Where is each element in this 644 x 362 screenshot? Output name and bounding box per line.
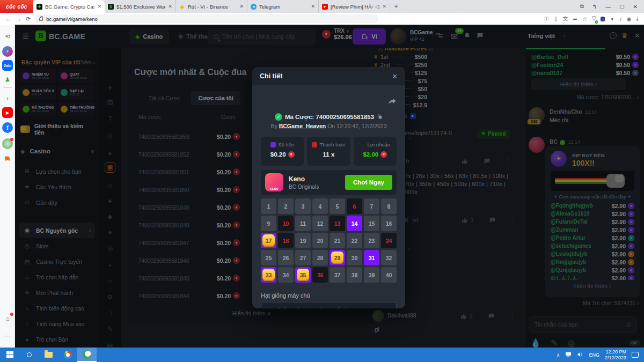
network-icon[interactable] [565, 351, 572, 359]
keno-cell[interactable]: 23 [364, 233, 379, 248]
keno-game-icon[interactable]: KENO [265, 173, 283, 191]
padlock-icon[interactable] [39, 18, 43, 21]
share-arrow-icon[interactable] [388, 97, 397, 108]
tab-close-icon[interactable]: ✕ [239, 4, 244, 9]
tab-close-icon[interactable]: ✕ [382, 4, 386, 9]
bookmark-star-icon[interactable]: ☆ [582, 16, 587, 22]
keno-cell[interactable]: 25 [261, 250, 276, 265]
window-maximize[interactable]: ▢ [619, 4, 624, 10]
profile-icon[interactable]: ◉ [627, 16, 632, 22]
window-close[interactable]: ✕ [633, 4, 638, 10]
add-shortcut-icon[interactable]: + [2, 93, 13, 104]
keno-cell[interactable]: 36 [312, 267, 328, 283]
keno-cell[interactable]: 26 [278, 250, 294, 265]
keno-cell[interactable]: 13 [330, 216, 345, 231]
file-explorer-icon[interactable] [39, 348, 58, 362]
tab-close-icon[interactable]: ✕ [311, 4, 315, 9]
keno-cell[interactable]: 15 [364, 216, 379, 231]
start-button[interactable] [0, 348, 19, 362]
back-button[interactable]: ← [5, 16, 11, 22]
notification-bell-icon[interactable]: ⌂ [2, 313, 13, 324]
history-icon[interactable]: ⟲ [2, 31, 13, 42]
keno-cell[interactable]: 19 [295, 233, 311, 248]
keno-cell[interactable]: 1 [261, 198, 276, 214]
keno-cell[interactable]: 38 [347, 267, 362, 283]
notes-icon[interactable]: ♪ [619, 16, 622, 22]
keno-cell[interactable]: 30 [347, 250, 362, 265]
browser-tab[interactable]: $1,500 Exclusive Weekend Ke ◁) ✕ [105, 0, 176, 13]
keno-cell[interactable]: 2 [278, 198, 294, 214]
keno-cell[interactable]: 32 [381, 250, 397, 265]
facebook-icon[interactable]: f [2, 122, 13, 133]
shop-cart-icon[interactable]: ⛟ [2, 153, 13, 164]
browser-tab[interactable]: Telegram ◁) ✕ [247, 0, 319, 13]
play-now-button[interactable]: Chơi Ngay [345, 175, 392, 190]
keno-cell[interactable]: 35 [295, 267, 311, 283]
zalo-icon[interactable]: Zalo [2, 60, 13, 71]
translate-icon[interactable]: 文 [563, 15, 568, 23]
keno-cell[interactable]: 22 [347, 233, 362, 248]
tray-chevron-icon[interactable]: ∧ [557, 352, 560, 358]
new-tab-button[interactable]: + [390, 0, 402, 13]
games-icon[interactable]: ♟ [2, 74, 13, 85]
reader-mode-icon[interactable]: ⧉ [580, 3, 584, 10]
downloads-icon[interactable]: ⤓ [636, 16, 639, 22]
taskbar-search-icon[interactable] [19, 348, 39, 362]
keno-cell[interactable]: 33 [261, 267, 276, 283]
save-page-icon[interactable]: ⇩ [553, 16, 558, 22]
keno-cell[interactable]: 34 [278, 267, 294, 283]
volume-icon[interactable] [577, 351, 583, 359]
keno-cell[interactable]: 39 [364, 267, 379, 283]
game-name[interactable]: Keno [289, 175, 319, 183]
keno-cell[interactable]: 9 [261, 216, 276, 231]
browser-tab[interactable]: BC.Game: Crypto Casino Gam ◁) ✕ [33, 0, 105, 13]
keno-cell[interactable]: 17 [261, 233, 276, 248]
bet-author-link[interactable]: BCGame_Heaven [279, 123, 326, 129]
window-minimize[interactable]: — [605, 4, 611, 10]
forward-button[interactable]: → [16, 16, 21, 22]
share-icon[interactable]: ➦ [573, 16, 577, 22]
modal-close-icon[interactable]: ✕ [392, 72, 398, 80]
keno-cell[interactable]: 20 [312, 233, 328, 248]
copy-icon[interactable] [377, 112, 383, 122]
keno-cell[interactable]: 4 [312, 198, 328, 214]
keno-cell[interactable]: 31 [364, 250, 379, 265]
keno-cell[interactable]: 12 [312, 216, 328, 231]
keno-cell[interactable]: 7 [364, 198, 379, 214]
keno-cell[interactable]: 37 [330, 267, 345, 283]
sports-ball-icon[interactable] [2, 138, 13, 149]
reload-button[interactable]: ⟳ [26, 16, 31, 23]
adblock-shield-icon[interactable]: ⛉3 [592, 16, 596, 22]
keno-cell[interactable]: 5 [330, 198, 345, 214]
keno-cell[interactable]: 8 [381, 198, 397, 214]
keno-cell[interactable]: 29 [330, 250, 345, 265]
tab-close-icon[interactable]: ✕ [97, 4, 101, 9]
tab-close-icon[interactable]: ✕ [168, 4, 172, 9]
taskbar-clock[interactable]: 12:20 PM 2/12/2023 [605, 349, 626, 361]
keno-cell[interactable]: 40 [381, 267, 397, 283]
keno-cell[interactable]: 21 [330, 233, 345, 248]
more-options-icon[interactable]: ⋯ [2, 330, 13, 341]
browser-tab[interactable]: Rút - Ví - Binance ◁) ✕ [176, 0, 247, 13]
keno-cell[interactable]: 28 [312, 250, 328, 265]
restore-tab-icon[interactable]: ↰ [592, 4, 597, 10]
keno-cell[interactable]: 18 [278, 233, 294, 248]
keno-cell[interactable]: 3 [295, 198, 311, 214]
server-seed-field[interactable]: Hạt Giống vẫn chưa được tiết lộ [261, 302, 397, 308]
extension-icon[interactable]: ✦ [610, 16, 614, 22]
keno-cell[interactable]: 10 [278, 216, 294, 231]
url-field[interactable]: bc.game/vi/game/keno [35, 14, 378, 23]
coccoc-taskbar-icon[interactable] [77, 348, 97, 362]
messenger-icon[interactable]: ⚡ [2, 46, 13, 57]
keno-cell[interactable]: 27 [295, 250, 311, 265]
keno-cell[interactable]: 24 [381, 233, 397, 248]
youtube-icon[interactable]: ▶ [2, 107, 13, 118]
key-icon[interactable]: ⚿ [545, 16, 549, 22]
browser-tab[interactable]: [Review Phim] HÀO QUA ◁) ✕ [319, 0, 390, 13]
action-center-icon[interactable] [632, 352, 639, 358]
coccoc-brand[interactable]: cốc cốc [0, 0, 33, 13]
keno-cell[interactable]: 16 [381, 216, 397, 231]
tab-audio-icon[interactable]: ◁) [375, 4, 380, 9]
keno-cell[interactable]: 14 [347, 216, 362, 231]
download-manager-icon[interactable]: ↓ [601, 17, 605, 21]
